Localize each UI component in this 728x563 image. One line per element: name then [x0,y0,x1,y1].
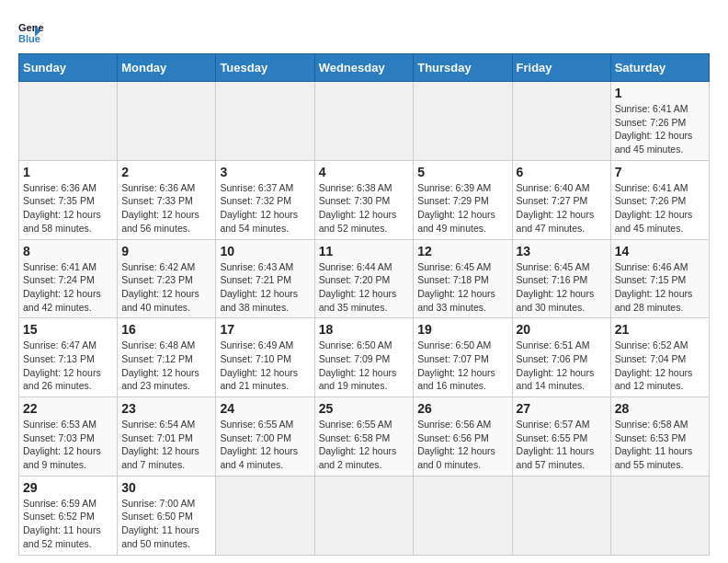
calendar-cell: 29Sunrise: 6:59 AM Sunset: 6:52 PM Dayli… [19,476,118,555]
day-number: 11 [319,244,410,259]
calendar-cell: 10Sunrise: 6:43 AM Sunset: 7:21 PM Dayli… [216,239,314,318]
day-number: 8 [23,244,113,259]
day-info: Sunrise: 6:55 AM Sunset: 6:58 PM Dayligh… [319,418,410,472]
header-cell-tuesday: Tuesday [216,54,314,82]
day-number: 15 [23,322,113,337]
calendar-cell: 5Sunrise: 6:39 AM Sunset: 7:29 PM Daylig… [414,160,512,239]
day-info: Sunrise: 6:54 AM Sunset: 7:01 PM Dayligh… [121,418,211,472]
day-number: 23 [121,401,211,416]
day-number: 5 [417,165,507,179]
calendar-cell [414,82,512,161]
day-number: 25 [319,401,410,416]
day-info: Sunrise: 6:38 AM Sunset: 7:30 PM Dayligh… [319,181,410,236]
day-info: Sunrise: 6:45 AM Sunset: 7:18 PM Dayligh… [417,260,507,315]
calendar-week-row: 1Sunrise: 6:36 AM Sunset: 7:35 PM Daylig… [19,160,710,239]
calendar-week-row: 29Sunrise: 6:59 AM Sunset: 6:52 PM Dayli… [19,476,710,555]
day-number: 10 [220,244,310,259]
day-info: Sunrise: 6:45 AM Sunset: 7:16 PM Dayligh… [517,260,607,315]
day-info: Sunrise: 6:52 AM Sunset: 7:04 PM Dayligh… [615,339,705,393]
day-info: Sunrise: 7:00 AM Sunset: 6:50 PM Dayligh… [121,497,211,551]
calendar-cell: 18Sunrise: 6:50 AM Sunset: 7:09 PM Dayli… [314,318,414,397]
day-info: Sunrise: 6:41 AM Sunset: 7:26 PM Dayligh… [615,102,705,156]
calendar-cell [512,82,610,161]
calendar-cell: 24Sunrise: 6:55 AM Sunset: 7:00 PM Dayli… [216,397,314,477]
day-info: Sunrise: 6:47 AM Sunset: 7:13 PM Dayligh… [23,339,113,393]
day-number: 6 [517,165,607,179]
calendar-cell: 11Sunrise: 6:44 AM Sunset: 7:20 PM Dayli… [314,239,414,318]
day-info: Sunrise: 6:37 AM Sunset: 7:32 PM Dayligh… [220,181,310,236]
day-number: 4 [319,165,410,179]
logo: General Blue [18,18,48,44]
day-number: 24 [220,401,310,416]
calendar-cell: 30Sunrise: 7:00 AM Sunset: 6:50 PM Dayli… [118,476,216,555]
day-number: 19 [417,322,507,337]
day-number: 2 [121,165,211,179]
calendar-cell [512,476,610,555]
calendar-cell [216,476,314,555]
day-info: Sunrise: 6:49 AM Sunset: 7:10 PM Dayligh… [220,339,310,393]
day-number: 7 [615,165,705,179]
day-number: 27 [517,401,607,416]
calendar-cell: 8Sunrise: 6:41 AM Sunset: 7:24 PM Daylig… [19,239,118,318]
header: General Blue [18,18,710,44]
calendar-cell [216,82,314,161]
day-info: Sunrise: 6:39 AM Sunset: 7:29 PM Dayligh… [417,181,507,236]
calendar-cell [314,476,414,555]
calendar-cell: 3Sunrise: 6:37 AM Sunset: 7:32 PM Daylig… [216,160,314,239]
calendar-cell: 1Sunrise: 6:41 AM Sunset: 7:26 PM Daylig… [610,82,709,161]
day-number: 22 [23,401,113,416]
day-number: 12 [417,244,507,259]
calendar-cell: 6Sunrise: 6:40 AM Sunset: 7:27 PM Daylig… [512,160,610,239]
day-info: Sunrise: 6:51 AM Sunset: 7:06 PM Dayligh… [517,339,607,393]
calendar-cell: 2Sunrise: 6:36 AM Sunset: 7:33 PM Daylig… [118,160,216,239]
calendar-week-row: 8Sunrise: 6:41 AM Sunset: 7:24 PM Daylig… [19,239,710,318]
day-info: Sunrise: 6:58 AM Sunset: 6:53 PM Dayligh… [615,418,705,472]
day-info: Sunrise: 6:59 AM Sunset: 6:52 PM Dayligh… [23,497,113,551]
calendar-cell [314,82,414,161]
calendar-week-row: 15Sunrise: 6:47 AM Sunset: 7:13 PM Dayli… [19,318,710,397]
calendar-cell [610,476,709,555]
day-info: Sunrise: 6:36 AM Sunset: 7:35 PM Dayligh… [23,181,113,236]
calendar-cell: 25Sunrise: 6:55 AM Sunset: 6:58 PM Dayli… [314,397,414,477]
day-info: Sunrise: 6:50 AM Sunset: 7:09 PM Dayligh… [319,339,410,393]
calendar-cell: 21Sunrise: 6:52 AM Sunset: 7:04 PM Dayli… [610,318,709,397]
day-number: 1 [23,165,113,179]
calendar-cell [414,476,512,555]
calendar-cell: 13Sunrise: 6:45 AM Sunset: 7:16 PM Dayli… [512,239,610,318]
calendar-week-row: 22Sunrise: 6:53 AM Sunset: 7:03 PM Dayli… [19,397,710,477]
day-info: Sunrise: 6:50 AM Sunset: 7:07 PM Dayligh… [417,339,507,393]
day-number: 29 [23,480,113,495]
day-info: Sunrise: 6:40 AM Sunset: 7:27 PM Dayligh… [517,181,607,236]
day-info: Sunrise: 6:46 AM Sunset: 7:15 PM Dayligh… [615,260,705,315]
calendar-table: SundayMondayTuesdayWednesdayThursdayFrid… [18,53,710,556]
day-number: 17 [220,322,310,337]
calendar-cell: 1Sunrise: 6:36 AM Sunset: 7:35 PM Daylig… [19,160,118,239]
day-info: Sunrise: 6:53 AM Sunset: 7:03 PM Dayligh… [23,418,113,472]
header-cell-monday: Monday [118,54,216,82]
day-info: Sunrise: 6:41 AM Sunset: 7:26 PM Dayligh… [615,181,705,236]
day-number: 3 [220,165,310,179]
day-number: 16 [121,322,211,337]
day-number: 28 [615,401,705,416]
calendar-cell: 19Sunrise: 6:50 AM Sunset: 7:07 PM Dayli… [414,318,512,397]
day-info: Sunrise: 6:36 AM Sunset: 7:33 PM Dayligh… [121,181,211,236]
calendar-cell: 12Sunrise: 6:45 AM Sunset: 7:18 PM Dayli… [414,239,512,318]
calendar-cell: 14Sunrise: 6:46 AM Sunset: 7:15 PM Dayli… [610,239,709,318]
day-info: Sunrise: 6:48 AM Sunset: 7:12 PM Dayligh… [121,339,211,393]
header-cell-friday: Friday [512,54,610,82]
day-number: 13 [517,244,607,259]
day-info: Sunrise: 6:56 AM Sunset: 6:56 PM Dayligh… [417,418,507,472]
calendar-cell: 27Sunrise: 6:57 AM Sunset: 6:55 PM Dayli… [512,397,610,477]
calendar-header-row: SundayMondayTuesdayWednesdayThursdayFrid… [19,54,710,82]
calendar-cell: 28Sunrise: 6:58 AM Sunset: 6:53 PM Dayli… [610,397,709,477]
logo-icon: General Blue [18,18,44,44]
calendar-cell: 7Sunrise: 6:41 AM Sunset: 7:26 PM Daylig… [610,160,709,239]
day-number: 9 [121,244,211,259]
calendar-week-row: 1Sunrise: 6:41 AM Sunset: 7:26 PM Daylig… [19,82,710,161]
day-info: Sunrise: 6:44 AM Sunset: 7:20 PM Dayligh… [319,260,410,315]
calendar-cell: 4Sunrise: 6:38 AM Sunset: 7:30 PM Daylig… [314,160,414,239]
day-number: 30 [121,480,211,495]
calendar-cell [118,82,216,161]
day-info: Sunrise: 6:42 AM Sunset: 7:23 PM Dayligh… [121,260,211,315]
header-cell-thursday: Thursday [414,54,512,82]
